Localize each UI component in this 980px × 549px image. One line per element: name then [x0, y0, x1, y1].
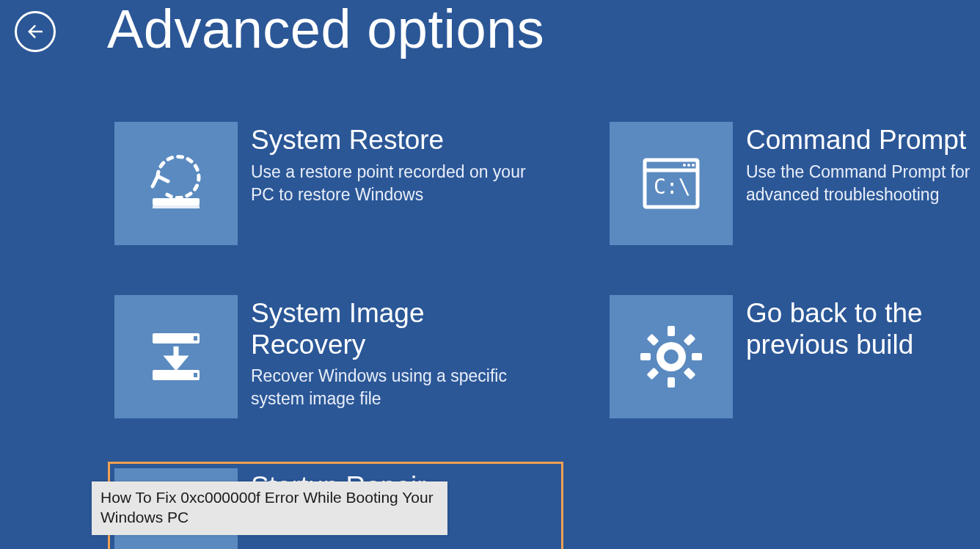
svg-rect-0: [153, 198, 200, 206]
tile-system-restore[interactable]: System Restore Use a restore point recor…: [110, 117, 561, 250]
svg-rect-20: [684, 334, 696, 346]
svg-point-4: [687, 164, 690, 167]
svg-rect-10: [153, 370, 200, 380]
tile-system-image-recovery[interactable]: System Image Recovery Recover Windows us…: [110, 291, 561, 423]
svg-rect-15: [668, 377, 675, 388]
svg-marker-13: [169, 358, 183, 367]
tile-text: Go back to the previous build: [746, 295, 980, 365]
svg-point-6: [683, 164, 686, 167]
svg-rect-16: [640, 353, 651, 360]
svg-rect-1: [153, 206, 200, 208]
caption-text: How To Fix 0xc000000f Error While Bootin…: [100, 489, 434, 526]
back-button[interactable]: [15, 11, 56, 52]
caption-overlay: How To Fix 0xc000000f Error While Bootin…: [92, 481, 447, 535]
tile-go-back-previous-build[interactable]: Go back to the previous build: [605, 291, 980, 423]
svg-rect-14: [668, 326, 675, 336]
tile-title: System Image Recovery: [251, 298, 530, 360]
page-title: Advanced options: [107, 2, 544, 57]
tile-text: Command Prompt Use the Command Prompt fo…: [746, 122, 980, 206]
svg-rect-8: [153, 333, 200, 343]
command-prompt-icon: C:\: [610, 122, 733, 245]
svg-text:C:\: C:\: [654, 175, 691, 199]
tile-title: Go back to the previous build: [746, 298, 980, 360]
svg-rect-9: [194, 336, 197, 341]
svg-rect-18: [647, 334, 659, 346]
tile-command-prompt[interactable]: C:\ Command Prompt Use the Command Promp…: [605, 117, 980, 250]
tile-desc: Use the Command Prompt for advanced trou…: [746, 161, 980, 206]
tile-title: Command Prompt: [746, 125, 980, 156]
system-image-recovery-icon: [114, 295, 238, 418]
system-restore-icon: [114, 122, 238, 245]
tile-text: System Image Recovery Recover Windows us…: [251, 295, 530, 410]
options-grid: System Restore Use a restore point recor…: [0, 59, 980, 549]
header: Advanced options: [0, 0, 980, 59]
svg-rect-21: [647, 368, 659, 380]
tile-text: System Restore Use a restore point recor…: [251, 122, 530, 206]
svg-rect-17: [692, 353, 702, 360]
gear-icon: [610, 295, 733, 418]
tile-desc: Recover Windows using a specific system …: [251, 365, 530, 410]
tile-title: System Restore: [251, 125, 530, 156]
svg-rect-11: [194, 373, 197, 377]
svg-rect-19: [684, 368, 696, 380]
tile-desc: Use a restore point recorded on your PC …: [251, 161, 530, 206]
svg-point-5: [692, 164, 695, 167]
back-arrow-icon: [24, 21, 46, 43]
